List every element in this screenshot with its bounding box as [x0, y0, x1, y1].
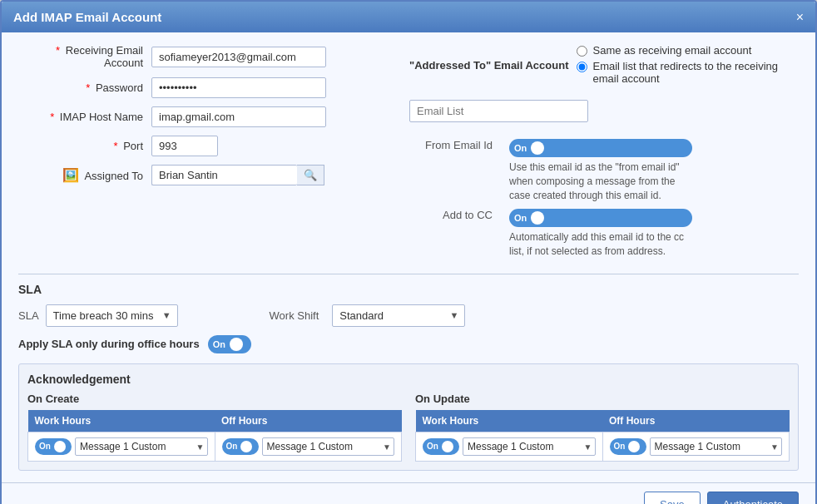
on-create-work-hours-cell: On Message 1 Custom ▼ [28, 432, 215, 461]
port-row: * Port [18, 136, 384, 156]
on-update-table: Work Hours Off Hours On [415, 410, 790, 462]
save-button[interactable]: Save [644, 492, 701, 504]
on-create-off-toggle-text: On [225, 442, 240, 451]
office-hours-toggle-knob [230, 338, 243, 351]
add-to-cc-toggle-knob [531, 211, 544, 225]
authenticate-button[interactable]: Authenticate [707, 492, 799, 504]
from-email-description: Use this email id as the "from email id"… [509, 161, 692, 202]
on-create-title: On Create [27, 393, 402, 405]
add-to-cc-toggle[interactable]: On [509, 209, 692, 227]
on-create-work-toggle-knob [54, 441, 66, 452]
acknowledgement-title: Acknowledgement [27, 373, 790, 386]
imap-host-label: * IMAP Host Name [18, 111, 151, 123]
on-create-off-hours-cell-content: On Message 1 Custom ▼ [222, 437, 395, 456]
on-update-off-toggle-knob [628, 441, 640, 452]
on-create-table: Work Hours Off Hours On [27, 410, 402, 462]
port-input[interactable] [151, 136, 218, 156]
port-label: * Port [18, 140, 151, 152]
on-update-work-msg-wrapper: Message 1 Custom ▼ [463, 437, 596, 456]
email-list-input[interactable] [409, 100, 588, 122]
password-input[interactable] [151, 77, 326, 98]
on-update-column: On Update Work Hours Off Hours [415, 393, 790, 462]
on-create-off-hours-cell: On Message 1 Custom ▼ [215, 432, 402, 461]
password-row: * Password [18, 77, 384, 98]
office-hours-row: Apply SLA only during office hours On [18, 335, 799, 353]
on-create-work-toggle-text: On [37, 442, 52, 451]
close-button[interactable]: × [796, 11, 804, 24]
from-email-label: From Email Id [409, 139, 501, 151]
radio-same[interactable] [577, 46, 587, 57]
on-update-work-msg-select[interactable]: Message 1 Custom [463, 437, 596, 456]
addressed-to-radio-group: Same as receiving email account Email li… [577, 44, 799, 85]
modal-container: Add IMAP Email Account × * Receiving Ema… [0, 0, 817, 504]
assigned-to-row: 🖼️ Assigned To 🔍 [18, 165, 384, 185]
on-create-work-hours-cell-content: On Message 1 Custom ▼ [35, 437, 208, 456]
on-update-row: On Message 1 Custom ▼ [416, 432, 790, 461]
work-shift-select[interactable]: Standard [332, 304, 465, 327]
radio-email-list[interactable] [577, 62, 587, 72]
left-form: * Receiving Email Account * Password * [18, 44, 384, 265]
addressed-to-header-label: "Addressed To" Email Account [409, 59, 568, 72]
office-hours-toggle[interactable]: On [208, 335, 251, 353]
on-create-off-toggle-knob [240, 441, 252, 452]
on-update-off-toggle-text: On [612, 442, 627, 451]
on-create-work-msg-select[interactable]: Message 1 Custom [75, 437, 208, 456]
add-to-cc-description: Automatically add this email id to the c… [509, 230, 692, 259]
on-create-work-toggle[interactable]: On [35, 438, 72, 455]
from-email-toggle[interactable]: On [509, 139, 692, 157]
on-update-off-hours-cell: On Message 1 Custom ▼ [602, 432, 790, 461]
on-create-work-hours-header: Work Hours [28, 410, 215, 432]
from-email-row: From Email Id On Use this email id as th… [409, 139, 799, 202]
sla-section-title: SLA [18, 283, 799, 296]
on-create-off-msg-wrapper: Message 1 Custom ▼ [262, 437, 395, 456]
add-to-cc-row: Add to CC On Automatically add this emai… [409, 209, 799, 259]
assigned-to-search-button[interactable]: 🔍 [297, 165, 324, 185]
work-shift-field: Work Shift Standard ▼ [270, 304, 466, 327]
addressed-to-option1[interactable]: Same as receiving email account [577, 44, 799, 57]
on-create-off-toggle[interactable]: On [222, 438, 259, 455]
sla-field: SLA Time breach 30 mins ▼ [18, 304, 178, 327]
section-divider [18, 274, 799, 274]
addressed-to-header-row: "Addressed To" Email Account Same as rec… [409, 44, 799, 91]
email-list-row [409, 100, 799, 131]
on-create-column: On Create Work Hours Off Hours [27, 393, 402, 462]
add-to-cc-label: Add to CC [409, 209, 501, 221]
imap-host-input[interactable] [151, 106, 326, 127]
on-update-work-toggle-knob [442, 441, 453, 452]
on-update-work-hours-header: Work Hours [416, 410, 603, 432]
receiving-email-input[interactable] [151, 47, 326, 67]
from-email-toggle-text: On [512, 143, 528, 153]
modal-title: Add IMAP Email Account [13, 10, 161, 24]
assigned-to-input[interactable] [151, 165, 297, 185]
addressed-to-option2[interactable]: Email list that redirects to the receivi… [577, 60, 799, 85]
on-update-work-toggle[interactable]: On [423, 438, 459, 455]
assigned-to-label: 🖼️ Assigned To [18, 167, 151, 183]
on-create-work-msg-wrapper: Message 1 Custom ▼ [75, 437, 208, 456]
office-hours-toggle-text: On [211, 339, 227, 349]
modal-footer: Save Authenticate [2, 482, 815, 504]
work-shift-select-wrapper: Standard ▼ [332, 304, 465, 327]
sla-section: SLA SLA Time breach 30 mins ▼ Work Shift [18, 283, 799, 353]
password-label: * Password [18, 82, 151, 94]
on-update-title: On Update [415, 393, 790, 405]
assigned-icon: 🖼️ [62, 168, 79, 182]
sla-fields-row: SLA Time breach 30 mins ▼ Work Shift Sta… [18, 304, 799, 327]
required-star-3: * [50, 111, 54, 123]
imap-host-row: * IMAP Host Name [18, 106, 384, 127]
on-update-off-toggle[interactable]: On [610, 438, 646, 455]
sla-select[interactable]: Time breach 30 mins [46, 304, 178, 327]
sla-select-wrapper: Time breach 30 mins ▼ [46, 304, 178, 327]
work-shift-label: Work Shift [270, 309, 319, 322]
acknowledgement-columns: On Create Work Hours Off Hours [27, 393, 790, 462]
add-to-cc-toggle-section: On Automatically add this email id to th… [509, 209, 692, 259]
on-update-work-toggle-text: On [425, 442, 440, 451]
sla-label: SLA [18, 309, 39, 322]
add-to-cc-toggle-text: On [512, 213, 528, 223]
required-star-2: * [86, 82, 90, 94]
from-email-toggle-knob [531, 141, 544, 155]
on-update-work-hours-cell: On Message 1 Custom ▼ [416, 432, 603, 461]
on-update-off-msg-select[interactable]: Message 1 Custom [650, 437, 783, 456]
top-section: * Receiving Email Account * Password * [18, 44, 799, 265]
required-star-4: * [113, 140, 117, 152]
on-create-off-msg-select[interactable]: Message 1 Custom [262, 437, 395, 456]
